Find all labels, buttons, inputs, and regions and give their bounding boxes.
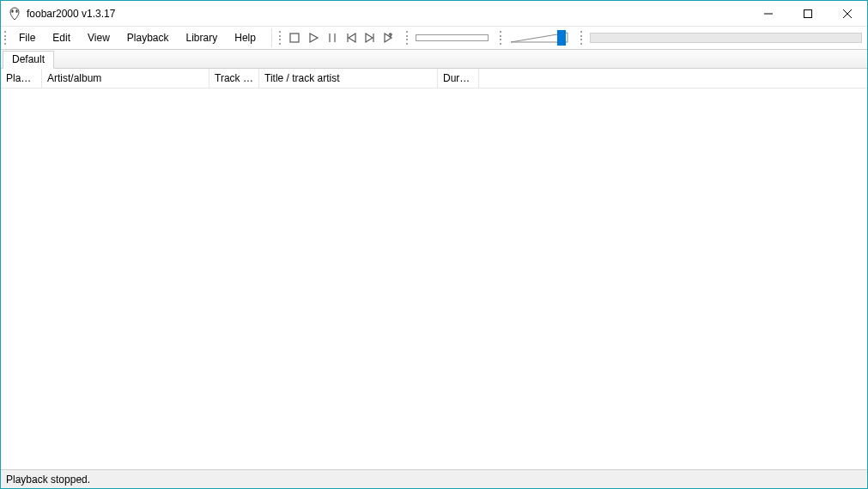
menu-edit[interactable]: Edit <box>44 28 79 47</box>
toolbar-grip[interactable] <box>3 28 9 47</box>
pause-button[interactable] <box>323 28 342 47</box>
minimize-button[interactable] <box>749 1 788 27</box>
column-header-duration[interactable]: Durat... <box>438 69 479 88</box>
volume-thumb[interactable] <box>557 30 566 46</box>
svg-point-0 <box>11 9 13 13</box>
svg-text:?: ? <box>389 33 392 38</box>
titlebar: foobar2000 v1.3.17 <box>1 1 867 27</box>
toolbar-grip[interactable] <box>580 28 585 47</box>
stop-button[interactable] <box>285 28 304 47</box>
menu-file[interactable]: File <box>10 28 44 47</box>
play-button[interactable] <box>304 28 323 47</box>
toolbar-grip[interactable] <box>405 28 410 47</box>
menu-help[interactable]: Help <box>226 28 264 47</box>
seekbar[interactable] <box>590 33 862 43</box>
previous-button[interactable] <box>342 28 361 47</box>
toolbar-separator <box>271 28 272 47</box>
volume-slider[interactable] <box>509 29 569 46</box>
svg-rect-3 <box>804 9 812 17</box>
svg-point-1 <box>15 9 17 13</box>
app-icon <box>8 7 21 21</box>
menubar: File Edit View Playback Library Help ? <box>1 27 867 50</box>
column-headers: Playi... Artist/album Track no Title / t… <box>1 69 867 89</box>
statusbar: Playback stopped. <box>1 469 867 488</box>
random-button[interactable]: ? <box>379 28 398 47</box>
maximize-button[interactable] <box>788 1 828 27</box>
playlist-tabstrip: Default <box>1 50 867 69</box>
tab-default[interactable]: Default <box>3 51 54 69</box>
toolbar-grip[interactable] <box>499 28 504 47</box>
svg-marker-12 <box>366 34 373 42</box>
toolbar-grip[interactable] <box>278 28 283 47</box>
menu-playback[interactable]: Playback <box>118 28 178 47</box>
close-button[interactable] <box>828 1 867 27</box>
svg-marker-7 <box>310 34 318 42</box>
playlist-view[interactable] <box>1 89 867 469</box>
svg-rect-6 <box>290 34 299 42</box>
next-button[interactable] <box>361 28 379 47</box>
window-title: foobar2000 v1.3.17 <box>27 8 115 20</box>
status-text: Playback stopped. <box>6 474 90 486</box>
menu-view[interactable]: View <box>79 28 118 47</box>
menu-library[interactable]: Library <box>178 28 227 47</box>
column-header-artist-album[interactable]: Artist/album <box>42 69 209 88</box>
svg-marker-11 <box>349 34 355 42</box>
column-header-track-no[interactable]: Track no <box>209 69 259 88</box>
playback-order-dropdown[interactable] <box>416 34 489 41</box>
column-header-title-artist[interactable]: Title / track artist <box>259 69 438 88</box>
column-header-playing[interactable]: Playi... <box>1 69 42 88</box>
